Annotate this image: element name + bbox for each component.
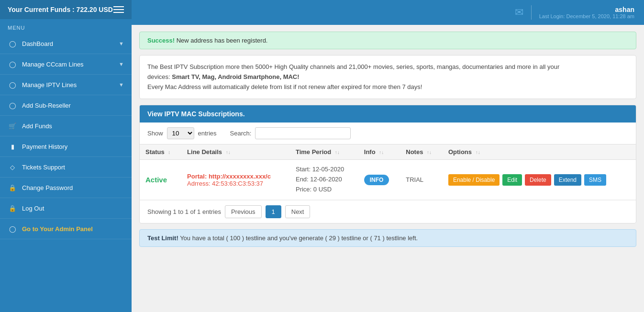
enable-disable-button[interactable]: Enable / Disable <box>448 174 500 186</box>
sidebar-item-payment-history[interactable]: ▮ Payment History <box>0 136 132 157</box>
hamburger-menu[interactable] <box>113 6 124 13</box>
content-area: Success! New address has been registerd.… <box>132 25 644 312</box>
test-limit-bold: Test Limit! <box>147 234 178 242</box>
start-date: Start: 12-05-2020 <box>296 165 353 175</box>
col-info: Info ↑↓ <box>358 145 400 160</box>
clock-icon: ◯ <box>8 39 17 48</box>
next-button[interactable]: Next <box>285 205 311 218</box>
col-time-period: Time Period ↑↓ <box>290 145 358 160</box>
notes-text: TRIAL <box>406 176 423 183</box>
sidebar-item-label: DashBoard <box>22 40 114 47</box>
sidebar-item-tickets-support[interactable]: ◇ Tickets Support <box>0 157 132 178</box>
top-bar: ✉ ashan Last Login: December 5, 2020, 11… <box>132 0 644 25</box>
portal-url: Portal: http://xxxxxxxx.xxx/c <box>187 173 271 180</box>
sidebar-item-label: Manage CCcam Lines <box>22 61 114 68</box>
info-line1: The Best IPTV Subscription more then 500… <box>147 63 559 70</box>
table-footer: Showing 1 to 1 of 1 entries Previous 1 N… <box>140 200 636 223</box>
cart-icon: 🛒 <box>8 121 17 131</box>
sms-button[interactable]: SMS <box>584 174 606 186</box>
edit-button[interactable]: Edit <box>502 174 522 186</box>
username: ashan <box>615 6 634 13</box>
row-line-details: Portal: http://xxxxxxxx.xxx/c Adrress: 4… <box>181 160 290 200</box>
row-options: Enable / Disable Edit Delete Extend SMS <box>443 160 636 200</box>
info-line3: Every Mac Address will automatically del… <box>147 83 422 90</box>
sort-arrows: ↑↓ <box>427 150 432 155</box>
col-status: Status ↕ <box>140 145 181 160</box>
test-limit-box: Test Limit! You have a total ( 100 ) tes… <box>139 229 636 247</box>
previous-button[interactable]: Previous <box>225 205 262 218</box>
sidebar-item-manage-cccam[interactable]: ◯ Manage CCcam Lines ▼ <box>0 54 132 75</box>
sidebar-nav: ◯ DashBoard ▼ ◯ Manage CCcam Lines ▼ ◯ M… <box>0 33 132 312</box>
chevron-down-icon: ▼ <box>119 82 124 88</box>
col-line-details: Line Details ↑↓ <box>181 145 290 160</box>
sidebar-header: Your Current Funds : 722.20 USD <box>0 0 132 19</box>
chevron-down-icon: ▼ <box>119 61 124 67</box>
circle-icon: ◯ <box>8 80 17 89</box>
sidebar-item-label: Payment History <box>22 143 124 150</box>
extend-button[interactable]: Extend <box>554 174 581 186</box>
sidebar-item-add-funds[interactable]: 🛒 Add Funds <box>0 116 132 136</box>
time-period-block: Start: 12-05-2020 End: 12-06-2020 Price:… <box>296 165 353 194</box>
table-card: View IPTV MAC Subscriptions. Show 10 25 … <box>139 105 636 223</box>
options-cell: Enable / Disable Edit Delete Extend SMS <box>448 174 630 186</box>
funds-display: Your Current Funds : 722.20 USD <box>8 6 113 13</box>
circle-icon: ◯ <box>8 100 17 110</box>
price: Price: 0 USD <box>296 185 353 195</box>
end-date: End: 12-06-2020 <box>296 175 353 185</box>
table-header-row: Status ↕ Line Details ↑↓ Time Period ↑↓ … <box>140 145 636 160</box>
sidebar-item-label: Change Password <box>22 184 124 191</box>
sort-arrows: ↕ <box>168 150 170 155</box>
row-notes: TRIAL <box>400 160 443 200</box>
sidebar-item-label: Add Funds <box>22 123 124 130</box>
sidebar-item-add-sub-reseller[interactable]: ◯ Add Sub-Reseller <box>0 95 132 116</box>
sort-arrows: ↑↓ <box>476 150 480 155</box>
search-input[interactable] <box>255 127 351 139</box>
tag-icon: ◇ <box>8 162 17 172</box>
divider <box>531 5 532 20</box>
col-options: Options ↑↓ <box>443 145 636 160</box>
sidebar-item-label: Add Sub-Reseller <box>22 102 124 109</box>
sidebar-item-admin-panel[interactable]: ◯ Go to Your Admin Panel <box>0 219 132 239</box>
sort-arrows: ↑↓ <box>335 150 340 155</box>
test-limit-message: You have a total ( 100 ) testline and yo… <box>178 234 418 242</box>
sidebar-item-label: Log Out <box>22 205 124 212</box>
info-button[interactable]: INFO <box>364 175 389 185</box>
sidebar-item-manage-iptv[interactable]: ◯ Manage IPTV Lines ▼ <box>0 75 132 95</box>
user-info: ashan Last Login: December 5, 2020, 11:2… <box>539 6 634 19</box>
success-alert: Success! New address has been registerd. <box>139 32 636 49</box>
payment-icon: ▮ <box>8 142 17 151</box>
table-card-header: View IPTV MAC Subscriptions. <box>140 105 636 123</box>
sidebar-item-dashboard[interactable]: ◯ DashBoard ▼ <box>0 33 132 54</box>
sort-arrows: ↑↓ <box>379 150 384 155</box>
circle-icon: ◯ <box>8 59 17 69</box>
status-active-label: Active <box>145 176 167 184</box>
email-icon[interactable]: ✉ <box>515 6 523 19</box>
alert-message: New address has been registerd. <box>175 37 267 44</box>
main-content: ✉ ashan Last Login: December 5, 2020, 11… <box>132 0 644 312</box>
subscriptions-table: Status ↕ Line Details ↑↓ Time Period ↑↓ … <box>140 144 636 200</box>
chevron-down-icon: ▼ <box>119 41 124 46</box>
entries-select[interactable]: 10 25 50 100 <box>167 127 194 139</box>
delete-button[interactable]: Delete <box>525 174 551 186</box>
info-box: The Best IPTV Subscription more then 500… <box>139 55 636 99</box>
sidebar-item-label: Manage IPTV Lines <box>22 81 114 89</box>
search-label: Search: <box>230 130 252 137</box>
table-row: Active Portal: http://xxxxxxxx.xxx/c Adr… <box>140 160 636 200</box>
lock-icon: 🔒 <box>8 183 17 192</box>
showing-text: Showing 1 to 1 of 1 entries <box>147 208 221 215</box>
last-login: Last Login: December 5, 2020, 11:28 am <box>539 13 634 19</box>
table-controls: Show 10 25 50 100 entries Search: <box>140 123 636 144</box>
sidebar-item-label: Tickets Support <box>22 164 124 171</box>
info-line2-bold: Smart TV, Mag, Android Smartphone, MAC! <box>172 73 299 80</box>
circle-icon: ◯ <box>8 224 17 234</box>
show-label: Show <box>147 130 163 137</box>
col-notes: Notes ↑↓ <box>400 145 443 160</box>
info-line2-plain: devices: <box>147 73 172 80</box>
sidebar-item-change-password[interactable]: 🔒 Change Password <box>0 178 132 198</box>
mac-address: Adrress: 42:53:63:C3:53:37 <box>187 180 263 187</box>
menu-label: MENU <box>0 19 132 33</box>
sidebar-item-logout[interactable]: 🔒 Log Out <box>0 198 132 219</box>
page-1-button[interactable]: 1 <box>266 205 281 218</box>
alert-bold: Success! <box>147 37 175 44</box>
sidebar-item-label: Go to Your Admin Panel <box>22 225 124 233</box>
